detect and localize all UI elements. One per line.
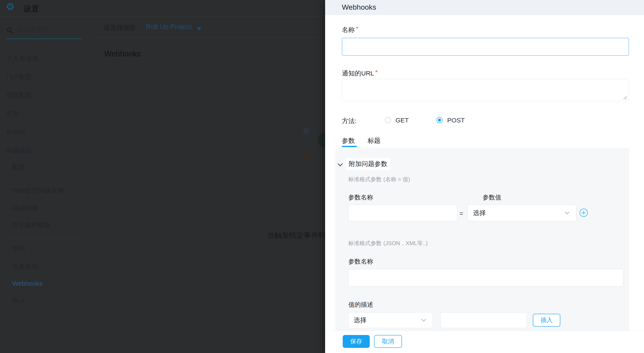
chevron-down-icon <box>566 210 569 214</box>
hint-name-value: 标准格式参数 (名称 = 值) <box>348 176 410 183</box>
sidebar-item-project-config[interactable]: 项目配置 <box>6 91 32 100</box>
sidebar-item-notifications[interactable]: 通知 <box>12 244 25 253</box>
illustration-circle <box>302 152 312 162</box>
sidebar-item-email-templates[interactable]: 电子邮件模板 <box>12 221 51 230</box>
project-select-label: 请选择项目 <box>104 23 136 32</box>
webhook-drawer: Webhooks 名称* 通知的URL* 方法: GET POST 参数 标题 … <box>325 0 644 353</box>
sidebar-item-automation[interactable]: 自动化 <box>6 128 26 136</box>
drawer-title: Webhooks <box>342 3 376 11</box>
caret-down-icon <box>197 27 202 30</box>
param-name-header: 参数名称 <box>348 193 373 202</box>
value-desc-input[interactable] <box>440 312 526 328</box>
required-asterisk: * <box>375 69 378 75</box>
select-value: 选择 <box>354 316 366 325</box>
sidebar-item-customization[interactable]: 定制 <box>6 109 19 118</box>
sidebar-item-link-issues[interactable]: 链接问题 <box>12 204 38 213</box>
json-param-name-input[interactable] <box>348 269 624 287</box>
settings-title: 设置 <box>24 4 39 14</box>
sidebar-section-zoho-sprints-settings[interactable]: ZOHO SPRINTS设置 <box>6 336 66 345</box>
sidebar-item-webhooks[interactable]: Webhooks <box>12 280 42 287</box>
dimmed-overlay: ⚙ 设置 个人首选项 门户配置 项目配置 定制 自动化 问题跟踪 配置 Web提… <box>0 0 325 353</box>
method-row: 方法: GET POST <box>325 116 644 125</box>
webhook-url-textarea[interactable] <box>342 79 629 101</box>
radio-post-label[interactable]: POST <box>447 117 465 124</box>
parameters-section: 附加问题参数 标准格式参数 (名称 = 值) 参数名称 参数值 = 选择 标准格… <box>336 148 629 331</box>
sidebar-search <box>6 24 82 39</box>
name-label: 名称* <box>342 25 358 34</box>
cancel-button[interactable]: 取消 <box>374 335 402 348</box>
active-tab-underline <box>342 146 357 147</box>
sidebar-item-sla[interactable]: SLA <box>12 297 24 304</box>
empty-state-text: 当触发特定事件时 <box>267 231 325 240</box>
hint-json: 标准格式参数 (JSON，XML等..) <box>348 240 428 247</box>
chevron-down-icon[interactable] <box>338 162 342 166</box>
webhook-name-input[interactable] <box>342 38 629 56</box>
sidebar-item-business-rules[interactable]: 业务规则 <box>12 262 38 271</box>
search-input[interactable] <box>16 26 81 33</box>
tab-headers[interactable]: 标题 <box>368 136 380 145</box>
add-circle-icon[interactable] <box>580 209 588 217</box>
illustration-circle <box>303 128 310 134</box>
param-name2-header: 参数名称 <box>348 257 373 266</box>
sidebar-item-issue-tracking[interactable]: 问题跟踪 <box>6 146 32 155</box>
insert-button[interactable]: 插入 <box>533 314 560 327</box>
save-button[interactable]: 保存 <box>343 335 370 348</box>
url-label: 通知的URL* <box>342 69 378 78</box>
chevron-down-icon <box>422 318 426 321</box>
radio-get[interactable] <box>385 117 391 123</box>
sidebar-divider <box>6 239 82 239</box>
gear-icon[interactable]: ⚙ <box>6 2 14 11</box>
equals-sign: = <box>460 210 463 217</box>
sidebar-item-configuration[interactable]: 配置 <box>12 163 25 172</box>
sidebar-item-web-issue-form[interactable]: Web提交问题表单 <box>12 186 64 195</box>
param-value-select[interactable]: 选择 <box>468 205 576 221</box>
value-desc-select[interactable]: 选择 <box>348 312 433 328</box>
drawer-footer: 保存 取消 <box>325 331 644 353</box>
radio-get-label[interactable]: GET <box>396 117 409 124</box>
param-name-input[interactable] <box>348 205 457 221</box>
select-value: 选择 <box>473 209 486 217</box>
search-underline <box>6 38 82 39</box>
method-label: 方法: <box>342 117 356 125</box>
url-label-text: 通知的URL <box>342 70 374 77</box>
section-title: 附加问题参数 <box>346 158 390 170</box>
param-value-header: 参数值 <box>482 193 501 202</box>
sidebar-item-personal-preferences[interactable]: 个人首选项 <box>6 54 38 63</box>
sidebar-item-portal-config[interactable]: 门户配置 <box>6 73 32 81</box>
page-title: Webhooks <box>104 49 140 58</box>
required-asterisk: * <box>356 25 358 32</box>
search-icon <box>6 27 13 35</box>
name-label-text: 名称 <box>342 26 355 33</box>
radio-post[interactable] <box>436 117 442 123</box>
illustration-circle <box>318 132 325 148</box>
project-dropdown[interactable]: Roll Up Project <box>146 23 192 31</box>
value-desc-header: 值的描述 <box>348 301 373 309</box>
settings-topbar: ⚙ 设置 <box>0 0 325 17</box>
screen: ⚙ 设置 个人首选项 门户配置 项目配置 定制 自动化 问题跟踪 配置 Web提… <box>0 0 644 353</box>
tab-parameters[interactable]: 参数 <box>342 136 355 145</box>
sidebar-section-zoho-directory[interactable]: ZOHO DIRECTORY <box>6 318 62 325</box>
sidebar-divider <box>6 181 82 181</box>
drawer-header: Webhooks <box>325 0 644 15</box>
